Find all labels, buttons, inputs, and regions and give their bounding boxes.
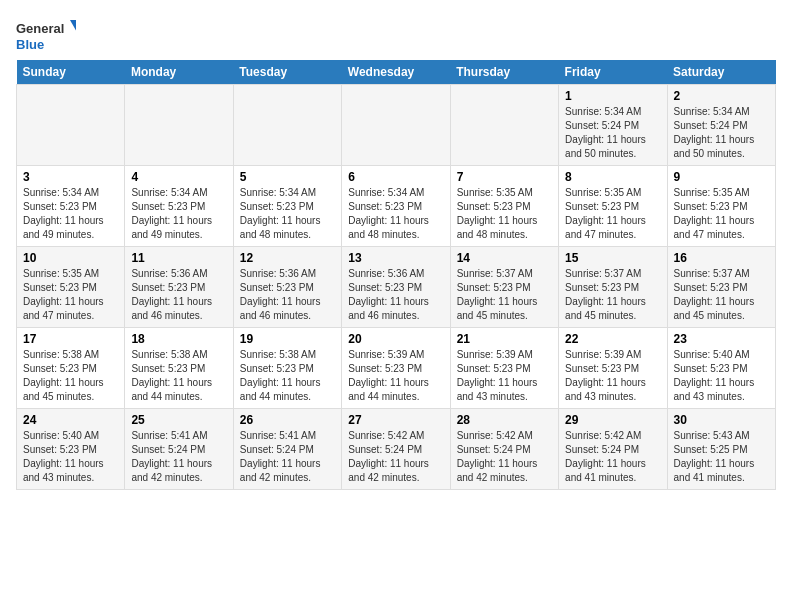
day-info: Sunrise: 5:37 AM Sunset: 5:23 PM Dayligh… <box>457 267 552 323</box>
calendar-cell: 17Sunrise: 5:38 AM Sunset: 5:23 PM Dayli… <box>17 328 125 409</box>
calendar-cell: 30Sunrise: 5:43 AM Sunset: 5:25 PM Dayli… <box>667 409 775 490</box>
day-number: 27 <box>348 413 443 427</box>
day-info: Sunrise: 5:43 AM Sunset: 5:25 PM Dayligh… <box>674 429 769 485</box>
weekday-header-friday: Friday <box>559 60 667 85</box>
day-info: Sunrise: 5:41 AM Sunset: 5:24 PM Dayligh… <box>240 429 335 485</box>
day-number: 2 <box>674 89 769 103</box>
day-number: 13 <box>348 251 443 265</box>
day-info: Sunrise: 5:34 AM Sunset: 5:23 PM Dayligh… <box>23 186 118 242</box>
day-number: 20 <box>348 332 443 346</box>
day-number: 25 <box>131 413 226 427</box>
day-info: Sunrise: 5:38 AM Sunset: 5:23 PM Dayligh… <box>240 348 335 404</box>
calendar-cell: 19Sunrise: 5:38 AM Sunset: 5:23 PM Dayli… <box>233 328 341 409</box>
calendar-cell: 16Sunrise: 5:37 AM Sunset: 5:23 PM Dayli… <box>667 247 775 328</box>
day-info: Sunrise: 5:36 AM Sunset: 5:23 PM Dayligh… <box>240 267 335 323</box>
day-number: 14 <box>457 251 552 265</box>
day-info: Sunrise: 5:35 AM Sunset: 5:23 PM Dayligh… <box>23 267 118 323</box>
day-info: Sunrise: 5:34 AM Sunset: 5:23 PM Dayligh… <box>240 186 335 242</box>
day-info: Sunrise: 5:42 AM Sunset: 5:24 PM Dayligh… <box>457 429 552 485</box>
calendar-cell <box>450 85 558 166</box>
calendar-cell: 21Sunrise: 5:39 AM Sunset: 5:23 PM Dayli… <box>450 328 558 409</box>
calendar-cell <box>17 85 125 166</box>
calendar-cell: 29Sunrise: 5:42 AM Sunset: 5:24 PM Dayli… <box>559 409 667 490</box>
day-info: Sunrise: 5:41 AM Sunset: 5:24 PM Dayligh… <box>131 429 226 485</box>
day-info: Sunrise: 5:34 AM Sunset: 5:23 PM Dayligh… <box>348 186 443 242</box>
calendar-cell: 28Sunrise: 5:42 AM Sunset: 5:24 PM Dayli… <box>450 409 558 490</box>
day-number: 12 <box>240 251 335 265</box>
day-number: 22 <box>565 332 660 346</box>
calendar-cell: 23Sunrise: 5:40 AM Sunset: 5:23 PM Dayli… <box>667 328 775 409</box>
calendar-cell: 12Sunrise: 5:36 AM Sunset: 5:23 PM Dayli… <box>233 247 341 328</box>
calendar-cell: 6Sunrise: 5:34 AM Sunset: 5:23 PM Daylig… <box>342 166 450 247</box>
day-number: 7 <box>457 170 552 184</box>
day-info: Sunrise: 5:36 AM Sunset: 5:23 PM Dayligh… <box>131 267 226 323</box>
day-info: Sunrise: 5:36 AM Sunset: 5:23 PM Dayligh… <box>348 267 443 323</box>
day-info: Sunrise: 5:37 AM Sunset: 5:23 PM Dayligh… <box>565 267 660 323</box>
svg-text:General: General <box>16 21 64 36</box>
calendar-cell: 10Sunrise: 5:35 AM Sunset: 5:23 PM Dayli… <box>17 247 125 328</box>
calendar-cell: 4Sunrise: 5:34 AM Sunset: 5:23 PM Daylig… <box>125 166 233 247</box>
day-info: Sunrise: 5:39 AM Sunset: 5:23 PM Dayligh… <box>457 348 552 404</box>
day-number: 10 <box>23 251 118 265</box>
day-info: Sunrise: 5:38 AM Sunset: 5:23 PM Dayligh… <box>131 348 226 404</box>
weekday-header-row: SundayMondayTuesdayWednesdayThursdayFrid… <box>17 60 776 85</box>
day-number: 24 <box>23 413 118 427</box>
calendar-cell: 20Sunrise: 5:39 AM Sunset: 5:23 PM Dayli… <box>342 328 450 409</box>
week-row-2: 3Sunrise: 5:34 AM Sunset: 5:23 PM Daylig… <box>17 166 776 247</box>
weekday-header-saturday: Saturday <box>667 60 775 85</box>
day-info: Sunrise: 5:42 AM Sunset: 5:24 PM Dayligh… <box>565 429 660 485</box>
calendar-cell: 24Sunrise: 5:40 AM Sunset: 5:23 PM Dayli… <box>17 409 125 490</box>
day-info: Sunrise: 5:38 AM Sunset: 5:23 PM Dayligh… <box>23 348 118 404</box>
calendar-cell: 2Sunrise: 5:34 AM Sunset: 5:24 PM Daylig… <box>667 85 775 166</box>
day-info: Sunrise: 5:39 AM Sunset: 5:23 PM Dayligh… <box>348 348 443 404</box>
day-number: 18 <box>131 332 226 346</box>
calendar-cell: 3Sunrise: 5:34 AM Sunset: 5:23 PM Daylig… <box>17 166 125 247</box>
day-info: Sunrise: 5:35 AM Sunset: 5:23 PM Dayligh… <box>674 186 769 242</box>
weekday-header-tuesday: Tuesday <box>233 60 341 85</box>
day-number: 21 <box>457 332 552 346</box>
calendar-cell: 9Sunrise: 5:35 AM Sunset: 5:23 PM Daylig… <box>667 166 775 247</box>
day-info: Sunrise: 5:42 AM Sunset: 5:24 PM Dayligh… <box>348 429 443 485</box>
calendar-cell: 11Sunrise: 5:36 AM Sunset: 5:23 PM Dayli… <box>125 247 233 328</box>
calendar-cell: 22Sunrise: 5:39 AM Sunset: 5:23 PM Dayli… <box>559 328 667 409</box>
calendar-cell: 13Sunrise: 5:36 AM Sunset: 5:23 PM Dayli… <box>342 247 450 328</box>
week-row-5: 24Sunrise: 5:40 AM Sunset: 5:23 PM Dayli… <box>17 409 776 490</box>
day-info: Sunrise: 5:34 AM Sunset: 5:24 PM Dayligh… <box>565 105 660 161</box>
day-number: 28 <box>457 413 552 427</box>
calendar-cell: 1Sunrise: 5:34 AM Sunset: 5:24 PM Daylig… <box>559 85 667 166</box>
calendar-cell: 15Sunrise: 5:37 AM Sunset: 5:23 PM Dayli… <box>559 247 667 328</box>
day-number: 11 <box>131 251 226 265</box>
week-row-3: 10Sunrise: 5:35 AM Sunset: 5:23 PM Dayli… <box>17 247 776 328</box>
calendar-cell: 27Sunrise: 5:42 AM Sunset: 5:24 PM Dayli… <box>342 409 450 490</box>
calendar-cell <box>125 85 233 166</box>
calendar-cell: 25Sunrise: 5:41 AM Sunset: 5:24 PM Dayli… <box>125 409 233 490</box>
day-info: Sunrise: 5:35 AM Sunset: 5:23 PM Dayligh… <box>457 186 552 242</box>
day-info: Sunrise: 5:40 AM Sunset: 5:23 PM Dayligh… <box>23 429 118 485</box>
svg-marker-2 <box>70 20 76 34</box>
calendar-table: SundayMondayTuesdayWednesdayThursdayFrid… <box>16 60 776 490</box>
svg-text:Blue: Blue <box>16 37 44 52</box>
calendar-cell: 8Sunrise: 5:35 AM Sunset: 5:23 PM Daylig… <box>559 166 667 247</box>
calendar-cell: 7Sunrise: 5:35 AM Sunset: 5:23 PM Daylig… <box>450 166 558 247</box>
day-number: 8 <box>565 170 660 184</box>
day-number: 4 <box>131 170 226 184</box>
day-number: 17 <box>23 332 118 346</box>
day-info: Sunrise: 5:40 AM Sunset: 5:23 PM Dayligh… <box>674 348 769 404</box>
day-number: 3 <box>23 170 118 184</box>
day-info: Sunrise: 5:34 AM Sunset: 5:24 PM Dayligh… <box>674 105 769 161</box>
logo-svg: General Blue <box>16 16 76 56</box>
day-number: 15 <box>565 251 660 265</box>
day-number: 6 <box>348 170 443 184</box>
day-info: Sunrise: 5:37 AM Sunset: 5:23 PM Dayligh… <box>674 267 769 323</box>
day-number: 5 <box>240 170 335 184</box>
weekday-header-sunday: Sunday <box>17 60 125 85</box>
calendar-cell: 5Sunrise: 5:34 AM Sunset: 5:23 PM Daylig… <box>233 166 341 247</box>
day-info: Sunrise: 5:35 AM Sunset: 5:23 PM Dayligh… <box>565 186 660 242</box>
logo: General Blue <box>16 16 76 56</box>
weekday-header-monday: Monday <box>125 60 233 85</box>
week-row-4: 17Sunrise: 5:38 AM Sunset: 5:23 PM Dayli… <box>17 328 776 409</box>
week-row-1: 1Sunrise: 5:34 AM Sunset: 5:24 PM Daylig… <box>17 85 776 166</box>
day-number: 9 <box>674 170 769 184</box>
calendar-cell <box>342 85 450 166</box>
day-info: Sunrise: 5:39 AM Sunset: 5:23 PM Dayligh… <box>565 348 660 404</box>
